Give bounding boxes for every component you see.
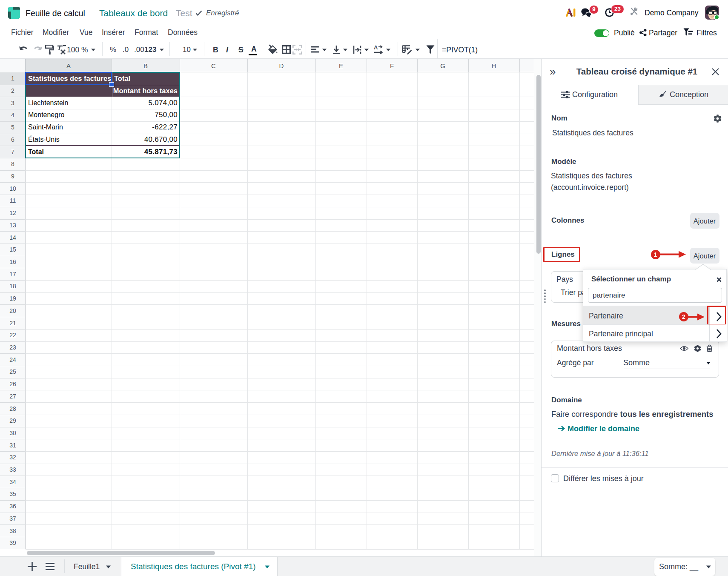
svg-text:A: A	[374, 44, 378, 51]
